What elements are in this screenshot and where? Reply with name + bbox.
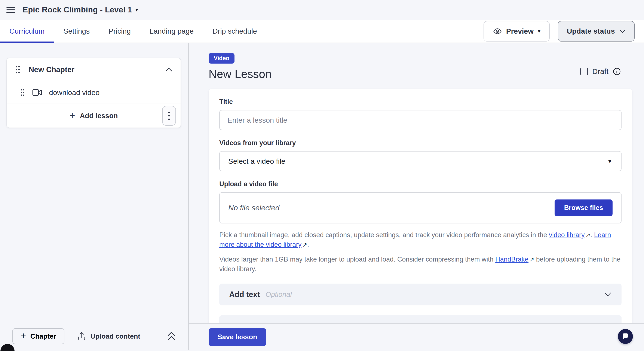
lesson-row[interactable]: download video [7, 81, 180, 104]
video-library-select[interactable]: Select a video file ▼ [219, 151, 622, 171]
plus-icon: + [20, 331, 26, 340]
library-label: Videos from your library [219, 139, 622, 147]
plus-icon: + [70, 111, 75, 120]
eye-icon [493, 27, 502, 36]
video-camera-icon [32, 88, 42, 96]
save-footer: Save lesson [189, 323, 644, 350]
chapter-card: New Chapter [6, 58, 181, 128]
chapter-header[interactable]: New Chapter [7, 58, 180, 81]
save-lesson-button[interactable]: Save lesson [208, 328, 266, 346]
help-text: . [307, 241, 309, 248]
tab-bar: Curriculum Settings Pricing Landing page… [0, 20, 644, 43]
info-icon[interactable] [613, 68, 621, 76]
add-chapter-button[interactable]: + Chapter [12, 328, 64, 344]
chapter-title: New Chapter [29, 65, 74, 74]
handbrake-link[interactable]: HandBrake [495, 256, 528, 263]
library-field-group: Videos from your library Select a video … [219, 139, 622, 171]
tab-curriculum[interactable]: Curriculum [0, 20, 54, 42]
chat-launcher[interactable] [618, 329, 633, 344]
drag-handle-icon[interactable] [15, 65, 20, 74]
lesson-title-input[interactable] [219, 110, 622, 130]
no-file-text: No file selected [228, 204, 280, 212]
chevron-up-icon[interactable] [165, 67, 172, 72]
help-text: . [590, 231, 594, 239]
optional-label: Optional [266, 290, 292, 298]
draft-label: Draft [592, 67, 608, 76]
upload-field-group: Upload a video file No file selected Bro… [219, 180, 622, 224]
tabbar-actions: Preview ▾ Update status [484, 21, 644, 42]
lesson-editor: Video New Lesson Draft Title [189, 43, 644, 350]
add-text-label: Add text [229, 290, 260, 299]
select-value: Select a video file [228, 157, 286, 166]
chevron-down-icon [619, 29, 626, 34]
update-status-label: Update status [567, 27, 615, 35]
external-link-icon: ↗ [585, 230, 590, 240]
course-title: Epic Rock Climbing - Level 1 [23, 5, 132, 14]
tabs: Curriculum Settings Pricing Landing page… [0, 20, 266, 42]
add-lesson-button[interactable]: + Add lesson [70, 112, 118, 120]
caret-down-icon: ▾ [136, 8, 138, 12]
help-text: Pick a thumbnail image, add closed capti… [219, 231, 549, 239]
add-chapter-label: Chapter [30, 332, 56, 340]
tab-settings[interactable]: Settings [54, 20, 99, 42]
title-label: Title [219, 98, 622, 106]
draft-control: Draft [580, 67, 621, 76]
chapter-menu-button[interactable] [162, 106, 176, 126]
select-caret-icon: ▼ [607, 158, 612, 164]
kebab-menu-icon [168, 111, 170, 120]
top-bar: Epic Rock Climbing - Level 1 ▾ [0, 0, 644, 20]
help-text: Videos larger than 1GB may take longer t… [219, 256, 495, 263]
lesson-form-card: Title Videos from your library Select a … [208, 89, 632, 346]
content-area: New Chapter [0, 43, 644, 350]
upload-content-button[interactable]: Upload content [78, 332, 140, 341]
sidebar-footer: + Chapter Upload content [0, 322, 188, 350]
lesson-type-badge: Video [208, 53, 234, 64]
course-title-dropdown[interactable]: Epic Rock Climbing - Level 1 ▾ [23, 5, 138, 14]
tab-pricing[interactable]: Pricing [99, 20, 140, 42]
preview-button[interactable]: Preview ▾ [484, 21, 550, 42]
tab-landing-page[interactable]: Landing page [140, 20, 203, 42]
add-text-accordion[interactable]: Add text Optional [219, 284, 622, 306]
upload-icon [78, 332, 86, 341]
lesson-header: Video New Lesson Draft [189, 43, 644, 80]
upload-content-label: Upload content [90, 332, 140, 340]
upload-label: Upload a video file [219, 180, 622, 188]
tab-drip-schedule[interactable]: Drip schedule [203, 20, 266, 42]
curriculum-sidebar: New Chapter [0, 43, 189, 350]
page-title: New Lesson [208, 68, 644, 80]
collapse-all-icon[interactable] [167, 331, 176, 341]
video-library-help-text: Pick a thumbnail image, add closed capti… [219, 230, 622, 250]
add-lesson-label: Add lesson [80, 112, 118, 120]
add-lesson-row: + Add lesson [7, 104, 180, 128]
browse-files-button[interactable]: Browse files [554, 200, 612, 216]
draft-checkbox[interactable] [580, 68, 588, 75]
compression-help-text: Videos larger than 1GB may take longer t… [219, 255, 622, 274]
lesson-title: download video [49, 88, 100, 97]
chat-icon [621, 332, 630, 340]
caret-down-icon: ▾ [538, 29, 540, 34]
drag-handle-icon[interactable] [20, 88, 25, 96]
video-library-link[interactable]: video library [549, 231, 585, 239]
update-status-button[interactable]: Update status [558, 21, 634, 42]
chevron-down-icon [604, 292, 612, 297]
preview-label: Preview [506, 27, 534, 35]
external-link-icon: ↗ [302, 240, 307, 250]
title-field-group: Title [219, 98, 622, 130]
file-drop-area[interactable]: No file selected Browse files [219, 192, 622, 224]
hamburger-menu-icon[interactable] [6, 6, 15, 14]
external-link-icon: ↗ [528, 255, 534, 264]
